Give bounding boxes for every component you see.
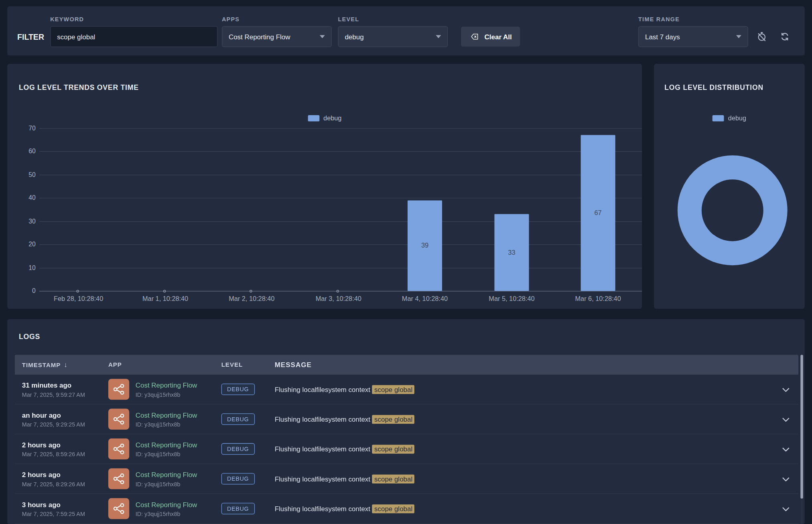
expand-row-button[interactable] [779,472,793,486]
clear-all-button[interactable]: Clear All [461,27,520,47]
log-dashboard: FILTER KEYWORD APPS Cost Reporting Flow … [0,0,812,524]
app-icon [108,379,129,400]
column-header-level: LEVEL [221,362,275,368]
app-link[interactable]: Cost Reporting Flow [136,471,197,479]
y-axis-label: 40 [12,194,36,201]
keyword-field: KEYWORD [50,16,217,47]
apps-select[interactable]: Cost Reporting Flow [222,26,332,47]
app-link[interactable]: Cost Reporting Flow [136,411,197,419]
relative-time: 2 hours ago [22,441,108,449]
chevron-down-icon [320,35,325,38]
logs-card: LOGS TIMESTAMP↓ APP LEVEL MESSAGE 31 min… [7,319,804,524]
level-select[interactable]: debug [338,26,448,47]
relative-time: 31 minutes ago [22,381,108,389]
apps-select-value: Cost Reporting Flow [229,33,290,41]
app-link[interactable]: Cost Reporting Flow [136,441,197,449]
app-link[interactable]: Cost Reporting Flow [136,500,197,508]
x-axis-label: Feb 28, 10:28:40 [37,295,120,303]
column-header-timestamp[interactable]: TIMESTAMP↓ [15,361,108,369]
chevron-down-icon [736,35,741,38]
distribution-card: LOG LEVEL DISTRIBUTION debug [654,64,805,309]
apps-field: APPS Cost Reporting Flow [222,16,332,47]
trends-card: LOG LEVEL TRENDS OVER TIME debug 70 60 5… [7,64,642,309]
expand-row-button[interactable] [779,412,793,426]
zero-marker [76,290,79,292]
level-label: LEVEL [338,16,448,22]
chart-legend[interactable]: debug [713,115,746,122]
bar-chart: 70 60 50 40 30 20 10 0 0 Feb 28, 10:28:4… [7,64,642,309]
refresh-button[interactable] [775,26,794,47]
legend-swatch [713,115,724,122]
x-axis-label: Mar 2, 10:28:40 [210,295,294,303]
keyword-highlight: scope global [372,415,415,424]
relative-time: an hour ago [22,411,108,419]
y-axis-label: 60 [12,148,36,155]
y-axis-label: 20 [12,241,36,248]
keyword-highlight: scope global [372,385,415,394]
donut-chart[interactable] [678,155,788,265]
clear-all-label: Clear All [485,33,512,41]
zero-marker [250,290,252,292]
level-badge: DEBUG [221,413,255,425]
zero-marker [337,290,339,292]
keyword-label: KEYWORD [50,16,217,22]
logs-title: LOGS [19,333,40,341]
keyword-highlight: scope global [372,504,415,513]
app-icon [108,439,129,459]
log-message: Flushing localfilesystem context scope g… [275,475,773,483]
y-axis-label: 30 [12,218,36,225]
table-row: 2 hours agoMar 7, 2025, 8:29:26 AM Cost … [15,464,799,494]
bar[interactable]: 33 [494,214,529,291]
log-message: Flushing localfilesystem context scope g… [275,415,773,423]
backspace-icon [469,32,480,41]
level-field: LEVEL debug [338,16,448,47]
relative-time: 3 hours ago [22,500,108,508]
table-row: 2 hours agoMar 7, 2025, 8:59:26 AM Cost … [15,434,799,464]
column-header-message: MESSAGE [275,361,773,369]
scrollbar-thumb[interactable] [800,355,803,499]
app-id: ID: y3qujj15rhx8b [136,481,197,487]
log-message: Flushing localfilesystem context scope g… [275,385,773,393]
y-axis-label: 10 [12,264,36,272]
timestamp: Mar 7, 2025, 8:59:26 AM [22,451,108,457]
level-badge: DEBUG [221,443,255,455]
filter-bar: FILTER KEYWORD APPS Cost Reporting Flow … [7,6,804,56]
refresh-icon [780,31,790,42]
y-axis-label: 0 [12,287,36,294]
x-axis-label: Mar 4, 10:28:40 [383,295,467,303]
bar[interactable]: 67 [581,135,615,291]
expand-row-button[interactable] [779,382,793,396]
level-badge: DEBUG [221,473,255,485]
alarm-off-icon [757,31,767,42]
expand-row-button[interactable] [779,502,793,516]
keyword-highlight: scope global [372,474,415,483]
expand-row-button[interactable] [779,442,793,456]
x-axis-label: Mar 3, 10:28:40 [296,295,380,303]
level-select-value: debug [345,33,363,41]
distribution-card-title: LOG LEVEL DISTRIBUTION [664,84,763,92]
app-icon [108,468,129,489]
level-badge: DEBUG [221,384,255,395]
chevron-down-icon [436,35,441,38]
time-range-select-value: Last 7 days [645,33,680,41]
keyword-input[interactable] [50,26,217,47]
filter-bar-title: FILTER [17,32,50,47]
timestamp: Mar 7, 2025, 8:29:26 AM [22,481,108,487]
log-message: Flushing localfilesystem context scope g… [275,505,773,513]
auto-refresh-off-button[interactable] [752,26,771,47]
time-range-field: TIME RANGE Last 7 days [638,16,748,47]
table-row: an hour agoMar 7, 2025, 9:29:25 AM Cost … [15,404,799,434]
time-range-select[interactable]: Last 7 days [638,26,748,47]
zero-marker [163,290,166,292]
keyword-highlight: scope global [372,445,415,453]
legend-label: debug [728,115,746,122]
timestamp: Mar 7, 2025, 7:59:25 AM [22,510,108,517]
table-header-row: TIMESTAMP↓ APP LEVEL MESSAGE [15,355,799,375]
sort-desc-icon: ↓ [64,361,68,369]
app-link[interactable]: Cost Reporting Flow [136,381,197,389]
x-axis-label: Mar 1, 10:28:40 [124,295,207,303]
bar[interactable]: 39 [408,200,442,291]
table-row: 3 hours agoMar 7, 2025, 7:59:25 AM Cost … [15,494,799,524]
level-badge: DEBUG [221,503,255,514]
app-icon [108,498,129,519]
